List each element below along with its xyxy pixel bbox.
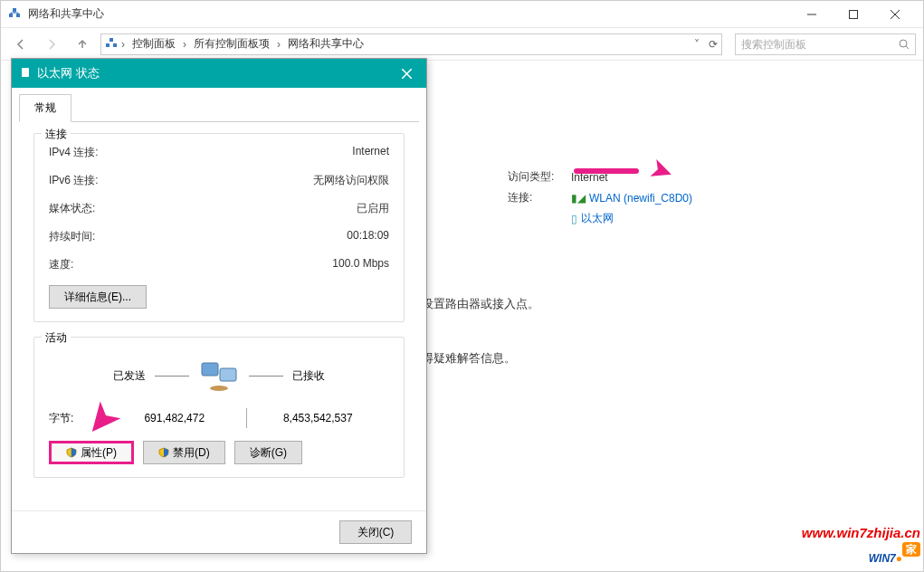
watermark-logo: WIN7●家 <box>802 540 920 568</box>
dialog-title: 以太网 状态 <box>37 65 100 81</box>
breadcrumb[interactable]: › 控制面板 › 所有控制面板项 › 网络和共享中心 ˅ ⟳ <box>100 33 722 55</box>
chevron-right-icon: › <box>121 38 125 51</box>
search-box[interactable] <box>735 33 916 55</box>
details-button[interactable]: 详细信息(E)... <box>49 285 147 309</box>
ipv4-label: IPv4 连接: <box>49 145 148 160</box>
breadcrumb-item[interactable]: 控制面板 <box>129 36 179 52</box>
watermark-url: www.win7zhijia.cn <box>802 525 920 540</box>
ethernet-icon: ▯ <box>571 213 577 225</box>
navbar: › 控制面板 › 所有控制面板项 › 网络和共享中心 ˅ ⟳ <box>1 28 923 61</box>
properties-button[interactable]: 属性(P) <box>49 441 134 464</box>
nav-back-button[interactable] <box>8 32 33 57</box>
diagnose-button[interactable]: 诊断(G) <box>234 441 302 464</box>
speed-value: 100.0 Mbps <box>332 257 389 272</box>
connection-group: 连接 IPv4 连接:Internet IPv6 连接:无网络访问权限 媒体状态… <box>33 133 405 322</box>
close-button[interactable] <box>874 1 916 28</box>
access-type-label: 访问类型: <box>508 169 571 185</box>
shield-icon <box>158 447 169 458</box>
group-title-connection: 连接 <box>42 127 71 142</box>
app-icon <box>8 6 21 22</box>
tab-content: 连接 IPv4 连接:Internet IPv6 连接:无网络访问权限 媒体状态… <box>19 121 419 503</box>
wifi-icon: ▮◢ <box>571 192 586 205</box>
search-icon <box>899 39 910 50</box>
tab-strip: 常规 <box>12 88 426 121</box>
computers-icon <box>198 358 240 394</box>
ethernet-link[interactable]: 以太网 <box>581 211 614 226</box>
watermark: www.win7zhijia.cn WIN7●家 <box>802 525 920 568</box>
bytes-received-value: 8,453,542,537 <box>247 412 390 424</box>
speed-label: 速度: <box>49 257 148 272</box>
chevron-right-icon: › <box>183 38 186 51</box>
maximize-button[interactable] <box>833 1 874 28</box>
window-controls <box>791 1 916 28</box>
media-label: 媒体状态: <box>49 201 148 216</box>
ipv4-value: Internet <box>352 145 389 160</box>
svg-rect-9 <box>202 363 218 376</box>
svg-rect-6 <box>110 38 113 42</box>
media-value: 已启用 <box>357 201 389 216</box>
breadcrumb-item[interactable]: 所有控制面板项 <box>190 36 273 52</box>
dialog-titlebar: 以太网 状态 <box>12 59 426 88</box>
svg-rect-10 <box>220 368 236 381</box>
sent-label: 已发送 <box>49 368 146 384</box>
wlan-link[interactable]: WLAN (newifi_C8D0) <box>589 192 692 205</box>
svg-rect-8 <box>22 68 29 77</box>
chevron-down-icon[interactable]: ˅ <box>694 38 700 51</box>
svg-point-7 <box>900 40 907 47</box>
breadcrumb-item[interactable]: 网络和共享中心 <box>284 36 367 52</box>
svg-rect-2 <box>13 8 16 12</box>
minimize-button[interactable] <box>791 1 833 28</box>
nav-up-button[interactable] <box>70 32 95 57</box>
disable-button[interactable]: 禁用(D) <box>143 441 225 464</box>
main-title: 网络和共享中心 <box>28 6 104 22</box>
refresh-icon[interactable]: ⟳ <box>709 38 718 51</box>
group-title-activity: 活动 <box>42 330 71 346</box>
nav-forward-button[interactable] <box>39 32 64 57</box>
dialog-close-button[interactable] <box>394 62 419 84</box>
app-icon <box>105 36 118 52</box>
svg-rect-1 <box>16 14 20 17</box>
ethernet-status-dialog: 以太网 状态 常规 连接 IPv4 连接:Internet IPv6 连接:无网… <box>11 58 427 554</box>
received-label: 已接收 <box>292 368 389 384</box>
connection-label: 连接: <box>508 190 571 205</box>
ipv6-value: 无网络访问权限 <box>313 173 389 188</box>
tab-general[interactable]: 常规 <box>19 94 71 122</box>
chevron-right-icon: › <box>277 38 281 51</box>
ethernet-icon <box>19 66 32 81</box>
duration-value: 00:18:09 <box>347 229 389 244</box>
dialog-close-footer-button[interactable]: 关闭(C) <box>339 520 412 544</box>
search-input[interactable] <box>741 38 899 51</box>
svg-rect-3 <box>850 10 858 18</box>
duration-label: 持续时间: <box>49 229 148 244</box>
dialog-footer: 关闭(C) <box>12 510 426 553</box>
svg-rect-5 <box>113 43 117 47</box>
svg-rect-0 <box>9 14 13 17</box>
shield-icon <box>66 447 77 458</box>
annotation-underline <box>574 168 639 174</box>
text-fragment: 或设置路由器或接入点。 <box>410 296 539 312</box>
svg-rect-4 <box>106 43 110 47</box>
ipv6-label: IPv6 连接: <box>49 173 148 188</box>
svg-point-11 <box>210 386 228 391</box>
main-titlebar: 网络和共享中心 <box>1 1 923 28</box>
